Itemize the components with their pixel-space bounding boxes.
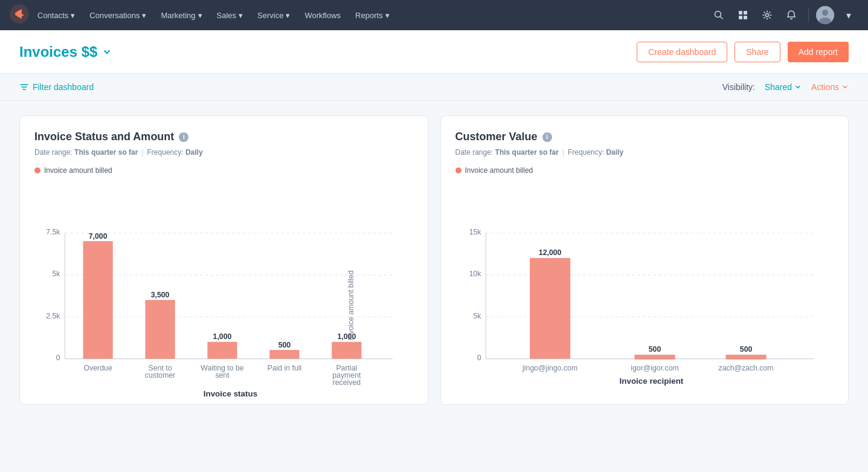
svg-text:1,000: 1,000: [213, 332, 232, 341]
bar-jingo: [530, 258, 570, 359]
bar-chart-svg-right: 0 5k 10k 15k Invoice amount billed 12,00…: [455, 184, 834, 387]
svg-text:Invoice amount billed: Invoice amount billed: [347, 270, 355, 340]
svg-rect-6: [739, 16, 742, 19]
main-content: Invoice Status and Amount i Date range: …: [0, 101, 868, 419]
avatar[interactable]: [816, 6, 834, 24]
invoice-status-meta: Date range: This quarter so far | Freque…: [34, 148, 413, 157]
bar-zach: [725, 355, 766, 360]
page-title: Invoices $$: [19, 44, 637, 60]
bar-partial: [332, 342, 361, 359]
search-icon[interactable]: [709, 5, 728, 25]
svg-rect-7: [744, 16, 747, 19]
customer-value-meta: Date range: This quarter so far | Freque…: [455, 148, 834, 157]
chevron-down-icon: ▾: [239, 11, 243, 20]
filter-dashboard-button[interactable]: Filter dashboard: [19, 82, 94, 92]
hubspot-logo[interactable]: [10, 4, 29, 26]
title-dropdown-button[interactable]: [102, 47, 112, 57]
bar-paid-full: [269, 350, 299, 359]
svg-point-1: [15, 12, 19, 16]
chevron-down-icon: ▾: [198, 11, 202, 20]
svg-text:2.5k: 2.5k: [46, 312, 60, 320]
svg-text:500: 500: [278, 341, 291, 349]
chevron-down-icon: ▾: [385, 11, 390, 20]
svg-text:500: 500: [739, 345, 752, 354]
svg-text:5k: 5k: [53, 270, 61, 278]
invoice-status-title: Invoice Status and Amount i: [34, 131, 413, 143]
svg-text:5k: 5k: [473, 312, 481, 320]
bar-waiting: [207, 342, 237, 359]
svg-text:Invoice status: Invoice status: [204, 389, 257, 398]
svg-text:15k: 15k: [469, 228, 481, 236]
bar-chart-svg: 0 2.5k 5k 7.5k Invoice amount billed 7,0…: [34, 184, 413, 387]
chevron-down-icon: ▾: [286, 11, 290, 20]
svg-text:Invoice recipient: Invoice recipient: [619, 377, 683, 386]
nav-sales[interactable]: Sales ▾: [211, 7, 249, 24]
invoice-status-info-icon[interactable]: i: [179, 132, 188, 142]
svg-text:10k: 10k: [469, 270, 481, 278]
svg-point-8: [766, 14, 769, 17]
svg-text:zach@zach.com: zach@zach.com: [718, 364, 773, 372]
nav-divider: [808, 8, 809, 22]
svg-text:3,500: 3,500: [151, 291, 170, 299]
svg-text:0: 0: [477, 354, 481, 362]
nav-service[interactable]: Service ▾: [251, 7, 296, 24]
svg-text:500: 500: [648, 345, 661, 354]
nav-reports[interactable]: Reports ▾: [349, 7, 396, 24]
customer-value-legend: Invoice amount billed: [455, 166, 834, 175]
visibility-label: Visibility:: [722, 82, 755, 92]
invoice-status-card: Invoice Status and Amount i Date range: …: [19, 115, 428, 405]
chevron-down-icon: ▾: [142, 11, 146, 20]
bar-sent-to-customer: [145, 300, 175, 358]
svg-rect-5: [744, 11, 747, 15]
svg-text:7,000: 7,000: [89, 232, 108, 241]
page-header: Invoices $$ Create dashboard Share Add r…: [0, 30, 868, 74]
invoice-status-chart: 0 2.5k 5k 7.5k Invoice amount billed 7,0…: [34, 184, 413, 390]
svg-text:0: 0: [56, 354, 60, 362]
bar-igor: [634, 355, 675, 360]
svg-line-3: [721, 17, 723, 19]
nav-contacts[interactable]: Contacts ▾: [31, 7, 81, 24]
navbar: Contacts ▾ Conversations ▾ Marketing ▾ S…: [0, 0, 868, 30]
customer-value-title: Customer Value i: [455, 131, 834, 143]
svg-text:Paid in full: Paid in full: [268, 364, 302, 372]
actions-dropdown[interactable]: Actions: [811, 82, 849, 92]
grid-icon[interactable]: [733, 5, 753, 25]
settings-icon[interactable]: [757, 5, 777, 25]
nav-conversations[interactable]: Conversations ▾: [83, 7, 152, 24]
customer-value-chart: 0 5k 10k 15k Invoice amount billed 12,00…: [455, 184, 834, 390]
account-dropdown-icon[interactable]: ▾: [839, 5, 858, 25]
svg-text:sent: sent: [215, 371, 230, 380]
nav-marketing[interactable]: Marketing ▾: [155, 7, 208, 24]
svg-text:received: received: [333, 378, 361, 387]
create-dashboard-button[interactable]: Create dashboard: [637, 42, 727, 62]
svg-text:igor@igor.com: igor@igor.com: [631, 364, 678, 372]
customer-value-info-icon[interactable]: i: [542, 132, 552, 142]
add-report-button[interactable]: Add report: [788, 42, 849, 62]
svg-rect-4: [739, 11, 742, 15]
notifications-icon[interactable]: [782, 5, 801, 25]
legend-dot: [455, 167, 461, 173]
legend-dot: [34, 167, 40, 173]
svg-text:12,000: 12,000: [538, 248, 561, 257]
svg-point-10: [822, 10, 828, 16]
svg-text:7.5k: 7.5k: [46, 228, 60, 236]
customer-value-card: Customer Value i Date range: This quarte…: [440, 115, 849, 405]
svg-text:customer: customer: [145, 371, 176, 380]
svg-text:Overdue: Overdue: [84, 364, 112, 372]
svg-text:jingo@jingo.com: jingo@jingo.com: [522, 364, 577, 372]
share-button[interactable]: Share: [735, 42, 780, 62]
invoice-status-legend: Invoice amount billed: [34, 166, 413, 175]
chevron-down-icon: ▾: [71, 11, 75, 20]
visibility-dropdown[interactable]: Shared: [765, 82, 802, 92]
toolbar: Filter dashboard Visibility: Shared Acti…: [0, 74, 868, 101]
bar-overdue: [83, 241, 113, 359]
nav-workflows[interactable]: Workflows: [298, 7, 347, 24]
